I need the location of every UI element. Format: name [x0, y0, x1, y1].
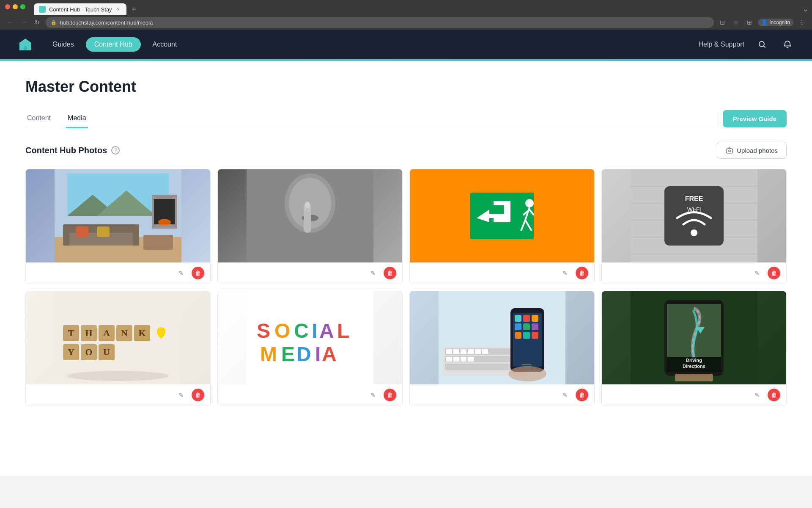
- extensions-icon[interactable]: ⊞: [744, 17, 754, 28]
- photo-card-footer-6: ✎ 🗑: [218, 384, 402, 406]
- photo-card-footer-8: ✎ 🗑: [602, 384, 786, 406]
- preview-btn-container: Preview Guide: [723, 110, 787, 127]
- upload-photos-btn[interactable]: Upload photos: [717, 142, 787, 159]
- nav-right: Help & Support: [698, 37, 795, 52]
- edit-photo-3-btn[interactable]: ✎: [559, 267, 571, 279]
- window-minimize-btn[interactable]: [13, 4, 18, 9]
- notifications-btn[interactable]: [780, 37, 795, 52]
- help-icon[interactable]: ?: [111, 146, 120, 155]
- svg-text:M: M: [260, 343, 277, 365]
- bookmark-icon[interactable]: ☆: [731, 17, 741, 28]
- edit-photo-7-btn[interactable]: ✎: [559, 389, 571, 401]
- browser-back-btn[interactable]: ←: [5, 17, 15, 28]
- incognito-badge[interactable]: 👤 Incognito: [758, 19, 793, 26]
- edit-photo-2-btn[interactable]: ✎: [367, 267, 379, 279]
- svg-rect-81: [453, 349, 459, 354]
- browser-refresh-btn[interactable]: ↻: [32, 17, 42, 28]
- edit-photo-8-btn[interactable]: ✎: [751, 389, 763, 401]
- svg-rect-97: [523, 323, 530, 330]
- url-text: hub.touchstay.com/content-hub/media: [60, 19, 709, 26]
- svg-rect-0: [24, 46, 27, 50]
- svg-text:U: U: [103, 347, 110, 357]
- tab-expand-btn[interactable]: ⌄: [802, 4, 809, 15]
- nav-help-link[interactable]: Help & Support: [698, 41, 744, 48]
- tab-close-btn[interactable]: ×: [115, 6, 121, 12]
- active-browser-tab[interactable]: Content Hub - Touch Stay ×: [34, 3, 126, 15]
- delete-photo-6-btn[interactable]: 🗑: [384, 389, 396, 401]
- svg-rect-93: [515, 315, 521, 322]
- svg-rect-102: [521, 364, 532, 365]
- lock-icon: 🔒: [51, 20, 57, 25]
- search-btn[interactable]: [754, 37, 770, 52]
- photo-card-1: ✎ 🗑: [25, 169, 211, 284]
- svg-rect-101: [532, 332, 538, 339]
- svg-point-29: [525, 199, 534, 207]
- nav-logo[interactable]: [17, 36, 34, 53]
- main-content: Master Content Content Media Preview Gui…: [0, 61, 812, 476]
- svg-text:O: O: [274, 320, 290, 342]
- chrome-menu-btn[interactable]: ⋮: [797, 17, 807, 28]
- photo-card-8: Driving Directions ✎ 🗑: [601, 291, 787, 406]
- edit-photo-6-btn[interactable]: ✎: [367, 389, 379, 401]
- svg-text:A: A: [103, 328, 110, 338]
- svg-text:Wi-Fi: Wi-Fi: [687, 206, 701, 213]
- browser-forward-btn[interactable]: →: [19, 17, 29, 28]
- cast-icon[interactable]: ⊡: [717, 17, 727, 28]
- svg-rect-86: [446, 357, 452, 362]
- photo-card-footer-4: ✎ 🗑: [602, 262, 786, 284]
- photo-image-1: [26, 169, 210, 262]
- photo-image-4: FREE Wi-Fi: [602, 169, 786, 262]
- tab-media[interactable]: Media: [66, 109, 88, 128]
- new-tab-btn[interactable]: +: [128, 3, 140, 15]
- photo-image-2: [218, 169, 402, 262]
- svg-rect-82: [461, 349, 466, 354]
- section-title: Content Hub Photos: [25, 146, 107, 155]
- svg-rect-88: [461, 357, 466, 362]
- delete-photo-4-btn[interactable]: 🗑: [768, 267, 780, 279]
- preview-guide-btn[interactable]: Preview Guide: [723, 110, 787, 127]
- photo-card-3: ✎ 🗑: [409, 169, 595, 284]
- nav-content-hub[interactable]: Content Hub: [86, 37, 141, 52]
- nav-guides[interactable]: Guides: [44, 37, 82, 52]
- delete-photo-8-btn[interactable]: 🗑: [768, 389, 780, 401]
- svg-rect-87: [453, 357, 459, 362]
- svg-rect-80: [446, 349, 452, 354]
- photo-card-footer-5: ✎ 🗑: [26, 384, 210, 406]
- delete-photo-3-btn[interactable]: 🗑: [576, 267, 588, 279]
- delete-photo-5-btn[interactable]: 🗑: [192, 389, 204, 401]
- svg-text:S: S: [257, 320, 270, 342]
- photo-card-7: ✎ 🗑: [409, 291, 595, 406]
- svg-point-25: [305, 202, 310, 208]
- svg-point-42: [691, 229, 697, 236]
- svg-rect-2: [727, 149, 733, 153]
- page-title: Master Content: [25, 78, 787, 96]
- tab-content[interactable]: Content: [25, 109, 52, 128]
- svg-text:D: D: [296, 343, 311, 365]
- svg-rect-94: [523, 315, 530, 322]
- svg-rect-11: [63, 224, 69, 246]
- edit-photo-5-btn[interactable]: ✎: [175, 389, 187, 401]
- edit-photo-4-btn[interactable]: ✎: [751, 267, 763, 279]
- tabs-row: Content Media Preview Guide: [25, 109, 787, 128]
- photo-grid: ✎ 🗑: [25, 169, 787, 406]
- window-close-btn[interactable]: [5, 4, 10, 9]
- window-maximize-btn[interactable]: [20, 4, 25, 9]
- svg-text:I: I: [315, 343, 321, 365]
- address-bar[interactable]: 🔒 hub.touchstay.com/content-hub/media: [46, 17, 714, 28]
- delete-photo-1-btn[interactable]: 🗑: [192, 267, 204, 279]
- photo-image-3: [410, 169, 594, 262]
- nav-account[interactable]: Account: [144, 37, 186, 52]
- app-navbar: Guides Content Hub Account Help & Suppor…: [0, 30, 812, 59]
- photo-card-5: T H A N K: [25, 291, 211, 406]
- svg-text:Driving: Driving: [686, 358, 702, 363]
- delete-photo-7-btn[interactable]: 🗑: [576, 389, 588, 401]
- upload-btn-label: Upload photos: [737, 147, 778, 154]
- svg-point-46: [67, 371, 169, 381]
- svg-rect-89: [468, 357, 474, 362]
- svg-text:I: I: [312, 320, 317, 342]
- photo-image-8: Driving Directions: [602, 291, 786, 384]
- tab-favicon: [39, 6, 46, 13]
- svg-text:FREE: FREE: [685, 195, 703, 202]
- edit-photo-1-btn[interactable]: ✎: [175, 267, 187, 279]
- delete-photo-2-btn[interactable]: 🗑: [384, 267, 396, 279]
